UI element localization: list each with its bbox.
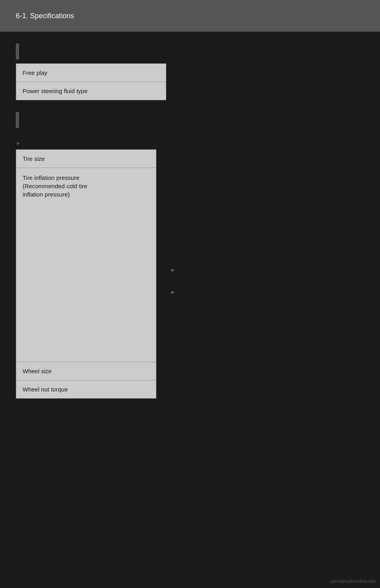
tire-left-col: ► Tire size Tire inflation pressure(Reco… bbox=[16, 132, 158, 399]
tire-section: ► Tire size Tire inflation pressure(Reco… bbox=[16, 112, 364, 399]
tire-section-header bbox=[16, 112, 364, 128]
tire-section-indicator bbox=[16, 112, 19, 128]
steering-section-header bbox=[16, 44, 364, 59]
tire-arrow-header: ► bbox=[16, 140, 158, 146]
right-arrow-1-icon: ► bbox=[170, 267, 176, 273]
steering-section: Free play Power steering fluid type bbox=[16, 44, 364, 100]
free-play-row: Free play bbox=[16, 64, 166, 82]
right-col: ► ► bbox=[158, 132, 179, 399]
power-steering-fluid-row: Power steering fluid type bbox=[16, 82, 166, 100]
right-arrow-2-icon: ► bbox=[170, 289, 176, 295]
tire-arrow-icon: ► bbox=[16, 140, 21, 146]
header-title: 6-1. Specifications bbox=[16, 12, 74, 20]
tire-table: Tire size Tire inflation pressure(Recomm… bbox=[16, 149, 156, 399]
steering-table: Free play Power steering fluid type bbox=[16, 63, 166, 100]
tire-two-col: ► Tire size Tire inflation pressure(Reco… bbox=[16, 132, 364, 399]
tire-inflation-label: Tire inflation pressure(Recommended cold… bbox=[23, 174, 87, 198]
watermark: carmanualsonline.info bbox=[330, 578, 376, 584]
power-steering-fluid-label: Power steering fluid type bbox=[23, 88, 87, 94]
main-content: Free play Power steering fluid type ► bbox=[0, 32, 380, 422]
right-arrow-2: ► bbox=[170, 289, 179, 295]
header-bar: 6-1. Specifications bbox=[0, 0, 380, 32]
wheel-nut-torque-label: Wheel nut torque bbox=[23, 386, 68, 393]
tire-size-label: Tire size bbox=[23, 155, 45, 162]
tire-size-row: Tire size bbox=[16, 150, 156, 168]
watermark-text: carmanualsonline.info bbox=[330, 578, 376, 584]
wheel-nut-torque-row: Wheel nut torque bbox=[16, 380, 156, 398]
section-indicator bbox=[16, 44, 19, 59]
free-play-label: Free play bbox=[23, 69, 48, 76]
wheel-size-row: Wheel size bbox=[16, 362, 156, 380]
wheel-size-label: Wheel size bbox=[23, 368, 51, 374]
right-arrow-1: ► bbox=[170, 267, 179, 273]
tire-inflation-row: Tire inflation pressure(Recommended cold… bbox=[16, 168, 156, 362]
